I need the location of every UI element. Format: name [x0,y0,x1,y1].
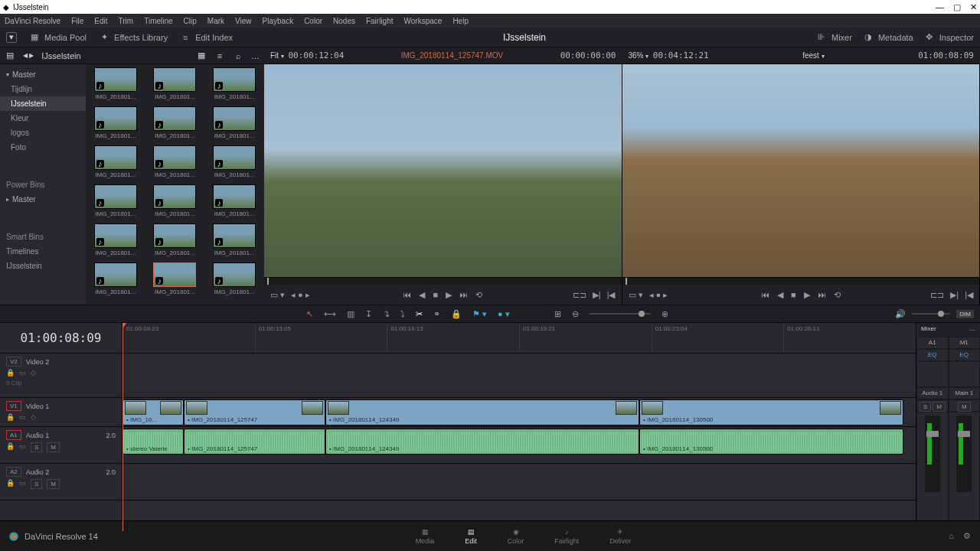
metadata-button[interactable]: ◑Metadata [863,32,913,43]
zoom-out-icon[interactable]: ⊖ [572,309,579,319]
menu-item[interactable]: Trim [119,17,134,25]
viewer-mode-icon[interactable]: ▭ ▾ [270,290,285,300]
grid-view-icon[interactable]: ▦ [196,51,207,61]
minimize-button[interactable]: — [936,2,944,12]
menu-item[interactable]: File [71,17,83,25]
track-a1-lane[interactable]: • stereo Valerie• IMG_20180114_125747• I… [122,427,916,464]
mute-button[interactable]: M [958,402,971,412]
match-frame-icon[interactable]: ◂ ● ▸ [291,290,310,300]
fader[interactable] [925,416,940,492]
flag-icon[interactable]: ⚑ ▾ [472,309,487,319]
play-button[interactable]: ▶ [804,290,810,300]
zoom-in-icon[interactable]: ⊕ [662,309,668,319]
more-icon[interactable]: … [251,51,260,60]
in-out-icon[interactable]: ⊏⊐ [573,290,586,300]
media-clip[interactable]: ♪IMG_201801... [209,67,260,100]
in-out-icon[interactable]: ⊏⊐ [930,290,944,300]
timeline-clip[interactable]: • IMG_20180114_130500 [639,429,903,455]
program-monitor[interactable] [622,64,980,277]
menu-item[interactable]: Playback [263,17,294,25]
media-clip[interactable]: ♪IMG_201801... [90,67,141,100]
blade-icon[interactable]: ▥ [347,309,354,319]
settings-button[interactable]: ⚙ [963,531,971,541]
track-v1-lane[interactable]: • IMG_10...• IMG_20180114_125747• IMG_20… [122,398,916,427]
maximize-button[interactable]: ▢ [953,2,961,12]
master-bin[interactable]: ▾Master [0,67,86,82]
lock-icon[interactable]: 🔒 [6,442,15,452]
inspector-button[interactable]: ✥Inspector [924,32,974,43]
loop-button[interactable]: ⟲ [475,290,482,300]
menu-item[interactable]: Mark [207,17,224,25]
sidebar-item[interactable]: Foto [0,140,86,155]
list-view-icon[interactable]: ≡ [214,51,225,61]
timeline-clip[interactable]: • stereo Valerie [122,429,184,455]
timeline-clip[interactable]: • IMG_20180114_130500 [639,399,903,425]
eq-button[interactable]: EQ [916,349,949,361]
timeline-clip[interactable]: • IMG_10... [122,399,184,425]
timeline-ruler[interactable]: 01:00:09:23 01:00:13:05 01:00:16:13 01:0… [122,323,916,354]
media-clip[interactable]: ♪IMG_201801... [150,145,201,178]
source-scrubber[interactable] [264,277,622,285]
menu-item[interactable]: DaVinci Resolve [5,17,60,25]
pan-knob[interactable] [916,361,949,387]
expand-icon[interactable]: ▾ [6,32,17,43]
timeline-tracks[interactable]: 01:00:09:23 01:00:13:05 01:00:16:13 01:0… [122,323,916,531]
home-button[interactable]: ⌂ [949,531,954,541]
volume-slider[interactable] [912,313,950,315]
menu-item[interactable]: Timeline [144,17,172,25]
goto-in-button[interactable]: ▶| [950,290,959,300]
sidebar-item[interactable]: Tijdlijn [0,82,86,96]
goto-out-button[interactable]: |◀ [607,290,616,300]
timeline-clip[interactable]: • IMG_20180114_125747 [184,429,325,455]
stop-button[interactable]: ■ [791,290,796,299]
power-bin-item[interactable]: ▸Master [0,192,86,207]
media-clip[interactable]: ♪IMG_201801... [209,262,260,295]
solo-button[interactable]: S [31,442,42,452]
disable-icon[interactable]: ◇ [31,369,36,377]
tab-deliver[interactable]: ✈Deliver [609,528,631,545]
toggle-icon[interactable]: ▭ [19,479,26,489]
media-clip[interactable]: ♪IMG_201801... [150,262,201,295]
mute-button[interactable]: M [47,442,60,452]
media-clip[interactable]: ♪IMG_201801... [150,106,201,139]
dim-button[interactable]: DIM [956,310,974,318]
menu-item[interactable]: Help [452,17,469,25]
tab-media[interactable]: ▦Media [416,528,435,545]
zoom-slider[interactable] [590,313,651,315]
overwrite-icon[interactable]: ↴ [383,309,390,319]
media-pool-button[interactable]: ▦Media Pool [29,32,87,43]
menu-item[interactable]: Nodes [333,17,355,25]
disable-icon[interactable]: ◇ [31,413,36,421]
program-scrubber[interactable] [622,277,980,285]
tab-fairlight[interactable]: ♪Fairlight [554,528,579,545]
smart-bin-item[interactable]: Timelines [0,244,86,259]
close-button[interactable]: ✕ [970,2,977,12]
loop-button[interactable]: ⟲ [834,290,841,300]
track-header-v2[interactable]: V2Video 2 🔒▭◇ 0 Clip [0,354,122,398]
mixer-button[interactable]: ⊪Mixer [816,32,852,43]
prev-button[interactable]: ◀ [777,290,783,300]
media-clip[interactable]: ♪IMG_201801... [150,67,201,100]
menu-item[interactable]: Color [304,17,322,25]
source-monitor[interactable] [264,64,622,277]
sidebar-item[interactable]: logos [0,126,86,140]
menu-item[interactable]: Clip [184,17,197,25]
media-clip[interactable]: ♪IMG_201801... [90,223,141,256]
toggle-icon[interactable]: ▭ [19,413,26,421]
media-clip[interactable]: ♪IMG_201801... [209,145,260,178]
menu-item[interactable]: Fairlight [366,17,394,25]
lock-icon[interactable]: 🔒 [6,369,15,377]
pan-knob[interactable] [949,361,981,387]
play-button[interactable]: ▶ [446,290,452,300]
media-clip[interactable]: ♪IMG_201801... [150,184,201,217]
source-clip-name[interactable]: IMG_20180114_125747.MOV [401,51,503,60]
zoom-dropdown[interactable]: 36% ▾ [629,51,649,60]
eq-button[interactable]: EQ [949,349,981,361]
menu-item[interactable]: View [235,17,252,25]
effects-library-button[interactable]: ✦Effects Library [99,32,168,43]
fader[interactable] [956,416,972,492]
tab-edit[interactable]: ▤Edit [465,528,477,545]
first-frame-button[interactable]: ⏮ [761,290,769,299]
track-header-a1[interactable]: A1Audio 12.0 🔒▭SM [0,427,122,464]
trim-icon[interactable]: ⟷ [324,309,336,319]
